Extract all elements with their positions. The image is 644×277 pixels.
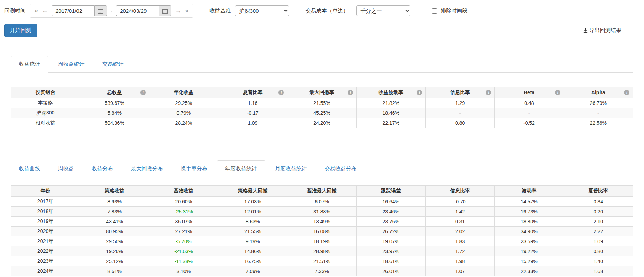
exclude-period-label: 排除时间段 bbox=[441, 7, 467, 14]
table-cell: 1.42 bbox=[425, 207, 494, 217]
header-row: 年份策略收益基准收益策略最大回撤基准最大回撤跟踪误差信息比率波动率夏普比率 bbox=[11, 186, 633, 197]
table-cell: 20.60% bbox=[149, 197, 218, 207]
table-row: 2017年8.93%20.60%17.03%6.07%16.64%-0.7014… bbox=[11, 197, 633, 207]
primary-tab-1[interactable]: 周收益统计 bbox=[50, 56, 93, 73]
table-cell: 6.07% bbox=[287, 197, 356, 207]
column-header: 基准最大回撤 bbox=[287, 186, 356, 197]
table-cell: 43.41% bbox=[80, 217, 149, 227]
table-cell: 16.64% bbox=[356, 197, 425, 207]
table-cell: 25.12% bbox=[80, 256, 149, 266]
benchmark-label: 收益基准: bbox=[209, 7, 232, 14]
primary-tab-0[interactable]: 收益统计 bbox=[11, 56, 48, 73]
table-cell: 19.22% bbox=[495, 246, 564, 256]
start-date-calendar-button[interactable] bbox=[94, 5, 107, 16]
column-header: 夏普比率i bbox=[218, 87, 287, 98]
table-cell: 28.98% bbox=[287, 246, 356, 256]
table-row: 相对收益504.36%28.24%1.0924.20%22.17%0.80-0.… bbox=[11, 118, 633, 128]
table-cell: -0.17 bbox=[218, 108, 287, 118]
table-cell: 1.68 bbox=[564, 266, 633, 276]
table-cell: 14.86% bbox=[218, 246, 287, 256]
calendar-icon bbox=[162, 8, 168, 14]
table-cell: 26.79% bbox=[564, 98, 633, 108]
info-icon[interactable]: i bbox=[278, 90, 284, 95]
column-header: 信息比率i bbox=[425, 87, 494, 98]
info-icon[interactable]: i bbox=[486, 90, 491, 95]
end-date-calendar-button[interactable] bbox=[159, 5, 171, 16]
table-cell: 8.93% bbox=[80, 197, 149, 207]
table-cell: 23.46% bbox=[356, 207, 425, 217]
secondary-tab-1[interactable]: 周收益 bbox=[50, 160, 82, 177]
start-date-input[interactable] bbox=[52, 5, 94, 16]
table-cell: 2019年 bbox=[11, 217, 80, 227]
table-cell: 0.80 bbox=[564, 246, 633, 256]
secondary-tab-5[interactable]: 年度收益统计 bbox=[217, 160, 265, 177]
fast-backward-icon[interactable]: « bbox=[34, 7, 38, 14]
table-cell: 19.07% bbox=[356, 236, 425, 246]
table-cell: 22.33% bbox=[495, 266, 564, 276]
table-cell: 21.55% bbox=[218, 227, 287, 236]
column-header: 跟踪误差 bbox=[356, 186, 425, 197]
trade-cost-select[interactable]: 千分之一 bbox=[356, 5, 410, 16]
table-row: 本策略539.67%29.25%1.1621.55%21.82%1.290.48… bbox=[11, 98, 633, 108]
table-cell: 504.36% bbox=[80, 118, 149, 128]
column-header: 年份 bbox=[11, 186, 80, 197]
table-cell: 0.79% bbox=[149, 108, 218, 118]
column-header: Alphai bbox=[564, 87, 633, 98]
table-cell: 1.72 bbox=[425, 246, 494, 256]
primary-tab-2[interactable]: 交易统计 bbox=[94, 56, 132, 73]
table-cell: 2022年 bbox=[11, 246, 80, 256]
start-backtest-button[interactable]: 开始回测 bbox=[4, 24, 37, 37]
exclude-period-checkbox[interactable] bbox=[432, 8, 437, 14]
step-forward-icon[interactable]: → bbox=[175, 7, 181, 14]
step-backward-icon[interactable]: ← bbox=[42, 7, 48, 14]
info-icon[interactable]: i bbox=[417, 90, 422, 95]
export-results-label: 导出回测结果 bbox=[589, 27, 621, 34]
table-cell: 14.57% bbox=[495, 197, 564, 207]
table-cell: 2017年 bbox=[11, 197, 80, 207]
info-icon[interactable]: i bbox=[555, 90, 560, 95]
end-date-input[interactable] bbox=[116, 5, 159, 16]
table-cell: 34.90% bbox=[495, 227, 564, 236]
table-cell: 24.20% bbox=[287, 118, 356, 128]
secondary-tab-2[interactable]: 收益分布 bbox=[84, 160, 121, 177]
table-cell: 7.83% bbox=[80, 207, 149, 217]
table-cell: -21.63% bbox=[149, 246, 218, 256]
column-header: 投资组合 bbox=[11, 87, 80, 98]
table-cell: 19.73% bbox=[495, 207, 564, 217]
secondary-tab-3[interactable]: 最大回撤分布 bbox=[123, 160, 171, 177]
table-cell: 23.59% bbox=[495, 236, 564, 246]
table-cell: 21.55% bbox=[287, 98, 356, 108]
table-cell: 17.03% bbox=[218, 197, 287, 207]
table-cell: 23.97% bbox=[356, 246, 425, 256]
table-cell: 36.07% bbox=[149, 217, 218, 227]
table-row: 2022年19.26%-21.63%14.86%28.98%23.97%1.72… bbox=[11, 246, 633, 256]
info-icon[interactable]: i bbox=[624, 90, 629, 95]
secondary-tab-7[interactable]: 交易收益分布 bbox=[316, 160, 365, 177]
benchmark-select[interactable]: 沪深300 bbox=[235, 5, 289, 16]
secondary-tab-4[interactable]: 换手率分布 bbox=[172, 160, 215, 177]
table-cell: 8.61% bbox=[80, 266, 149, 276]
table-cell: 1.40 bbox=[564, 256, 633, 266]
section-divider bbox=[0, 42, 644, 42]
table-cell: 22.17% bbox=[356, 118, 425, 128]
download-icon bbox=[583, 28, 588, 33]
table-cell: 18.46% bbox=[356, 108, 425, 118]
table-cell: 2.22 bbox=[564, 227, 633, 236]
table-cell: 2023年 bbox=[11, 256, 80, 266]
table-cell: -25.31% bbox=[149, 207, 218, 217]
end-date-input-group bbox=[116, 5, 171, 16]
secondary-tab-0[interactable]: 收益曲线 bbox=[11, 160, 48, 177]
info-icon[interactable]: i bbox=[348, 90, 353, 95]
table-cell: -0.52 bbox=[495, 118, 564, 128]
table-cell: 23.76% bbox=[356, 217, 425, 227]
table-cell: 31.88% bbox=[287, 207, 356, 217]
table-row: 2024年8.61%3.10%7.09%7.33%26.01%1.0722.33… bbox=[11, 266, 633, 276]
secondary-tab-6[interactable]: 月度收益统计 bbox=[267, 160, 315, 177]
info-icon[interactable]: i bbox=[140, 90, 146, 95]
export-results-link[interactable]: 导出回测结果 bbox=[583, 27, 621, 34]
table-cell: 2018年 bbox=[11, 207, 80, 217]
table-cell: 9.19% bbox=[218, 236, 287, 246]
column-header: 基准收益 bbox=[149, 186, 218, 197]
table-cell: 1.07 bbox=[425, 266, 494, 276]
fast-forward-icon[interactable]: » bbox=[185, 7, 188, 14]
